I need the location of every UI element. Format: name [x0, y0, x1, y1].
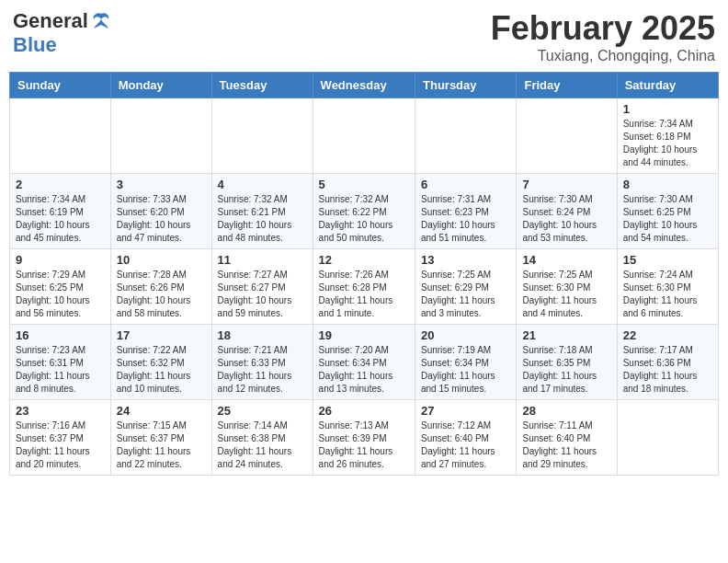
day-info: Sunrise: 7:11 AM Sunset: 6:40 PM Dayligh… — [522, 419, 610, 471]
day-info: Sunrise: 7:26 AM Sunset: 6:28 PM Dayligh… — [319, 269, 409, 320]
day-info: Sunrise: 7:19 AM Sunset: 6:34 PM Dayligh… — [421, 344, 510, 396]
calendar-day-cell: 15Sunrise: 7:24 AM Sunset: 6:30 PM Dayli… — [617, 249, 718, 325]
day-info: Sunrise: 7:29 AM Sunset: 6:25 PM Dayligh… — [16, 269, 105, 320]
calendar-day-cell: 25Sunrise: 7:14 AM Sunset: 6:38 PM Dayli… — [211, 400, 313, 476]
calendar-week-row: 2Sunrise: 7:34 AM Sunset: 6:19 PM Daylig… — [10, 174, 719, 249]
calendar-day-cell: 28Sunrise: 7:11 AM Sunset: 6:40 PM Dayli… — [517, 400, 617, 476]
day-info: Sunrise: 7:33 AM Sunset: 6:20 PM Dayligh… — [117, 193, 206, 245]
weekday-header-tuesday: Tuesday — [211, 73, 313, 98]
day-info: Sunrise: 7:31 AM Sunset: 6:23 PM Dayligh… — [421, 193, 510, 245]
calendar-day-cell: 10Sunrise: 7:28 AM Sunset: 6:26 PM Dayli… — [110, 249, 211, 325]
day-number: 22 — [623, 328, 712, 342]
weekday-header-sunday: Sunday — [10, 73, 111, 98]
day-info: Sunrise: 7:32 AM Sunset: 6:22 PM Dayligh… — [319, 193, 409, 245]
calendar-day-cell: 12Sunrise: 7:26 AM Sunset: 6:28 PM Dayli… — [313, 249, 415, 325]
calendar-day-cell: 26Sunrise: 7:13 AM Sunset: 6:39 PM Dayli… — [313, 400, 415, 476]
day-info: Sunrise: 7:25 AM Sunset: 6:29 PM Dayligh… — [421, 269, 510, 320]
day-info: Sunrise: 7:12 AM Sunset: 6:40 PM Dayligh… — [421, 419, 510, 471]
day-info: Sunrise: 7:32 AM Sunset: 6:21 PM Dayligh… — [218, 193, 307, 245]
calendar-day-cell: 19Sunrise: 7:20 AM Sunset: 6:34 PM Dayli… — [313, 325, 415, 400]
day-info: Sunrise: 7:24 AM Sunset: 6:30 PM Dayligh… — [623, 269, 712, 320]
calendar-day-cell: 18Sunrise: 7:21 AM Sunset: 6:33 PM Dayli… — [211, 325, 313, 400]
day-info: Sunrise: 7:15 AM Sunset: 6:37 PM Dayligh… — [117, 419, 206, 471]
calendar-day-cell: 22Sunrise: 7:17 AM Sunset: 6:36 PM Dayli… — [617, 325, 718, 400]
day-info: Sunrise: 7:25 AM Sunset: 6:30 PM Dayligh… — [522, 269, 610, 320]
calendar-day-cell: 27Sunrise: 7:12 AM Sunset: 6:40 PM Dayli… — [415, 400, 517, 476]
day-info: Sunrise: 7:28 AM Sunset: 6:26 PM Dayligh… — [117, 269, 206, 320]
location-title: Tuxiang, Chongqing, China — [491, 48, 715, 64]
day-number: 13 — [421, 253, 510, 267]
logo-bird-icon — [90, 12, 112, 30]
day-number: 8 — [623, 178, 712, 191]
calendar-day-cell: 11Sunrise: 7:27 AM Sunset: 6:27 PM Dayli… — [211, 249, 313, 325]
calendar-week-row: 9Sunrise: 7:29 AM Sunset: 6:25 PM Daylig… — [10, 249, 719, 325]
day-info: Sunrise: 7:14 AM Sunset: 6:38 PM Dayligh… — [218, 419, 307, 471]
calendar-day-cell: 14Sunrise: 7:25 AM Sunset: 6:30 PM Dayli… — [517, 249, 617, 325]
day-number: 1 — [623, 102, 712, 116]
month-title: February 2025 — [491, 9, 715, 48]
day-number: 19 — [319, 328, 409, 342]
calendar-day-cell: 24Sunrise: 7:15 AM Sunset: 6:37 PM Dayli… — [110, 400, 211, 476]
weekday-header-row: SundayMondayTuesdayWednesdayThursdayFrid… — [10, 73, 719, 98]
calendar-week-row: 16Sunrise: 7:23 AM Sunset: 6:31 PM Dayli… — [10, 325, 719, 400]
title-area: February 2025 Tuxiang, Chongqing, China — [491, 9, 715, 64]
day-number: 11 — [218, 253, 307, 267]
calendar-day-cell: 6Sunrise: 7:31 AM Sunset: 6:23 PM Daylig… — [415, 174, 517, 249]
day-number: 14 — [522, 253, 610, 267]
day-info: Sunrise: 7:34 AM Sunset: 6:18 PM Dayligh… — [623, 118, 712, 169]
day-info: Sunrise: 7:16 AM Sunset: 6:37 PM Dayligh… — [16, 419, 105, 471]
weekday-header-saturday: Saturday — [617, 73, 718, 98]
day-number: 6 — [421, 178, 510, 191]
calendar-day-cell: 13Sunrise: 7:25 AM Sunset: 6:29 PM Dayli… — [415, 249, 517, 325]
day-number: 25 — [218, 404, 307, 418]
calendar-day-cell — [313, 98, 415, 174]
logo-blue-text: Blue — [13, 33, 57, 56]
day-number: 7 — [522, 178, 610, 191]
day-number: 23 — [16, 404, 105, 418]
day-number: 16 — [16, 328, 105, 342]
weekday-header-thursday: Thursday — [415, 73, 517, 98]
day-info: Sunrise: 7:30 AM Sunset: 6:25 PM Dayligh… — [623, 193, 712, 245]
calendar-day-cell: 21Sunrise: 7:18 AM Sunset: 6:35 PM Dayli… — [517, 325, 617, 400]
calendar-day-cell — [110, 98, 211, 174]
day-number: 28 — [522, 404, 610, 418]
day-info: Sunrise: 7:20 AM Sunset: 6:34 PM Dayligh… — [319, 344, 409, 396]
day-number: 3 — [117, 178, 206, 191]
day-number: 10 — [117, 253, 206, 267]
calendar-week-row: 23Sunrise: 7:16 AM Sunset: 6:37 PM Dayli… — [10, 400, 719, 476]
calendar-day-cell: 5Sunrise: 7:32 AM Sunset: 6:22 PM Daylig… — [313, 174, 415, 249]
calendar-day-cell: 20Sunrise: 7:19 AM Sunset: 6:34 PM Dayli… — [415, 325, 517, 400]
calendar-day-cell — [517, 98, 617, 174]
calendar-day-cell: 8Sunrise: 7:30 AM Sunset: 6:25 PM Daylig… — [617, 174, 718, 249]
calendar-day-cell: 4Sunrise: 7:32 AM Sunset: 6:21 PM Daylig… — [211, 174, 313, 249]
weekday-header-friday: Friday — [517, 73, 617, 98]
day-number: 27 — [421, 404, 510, 418]
calendar-day-cell: 17Sunrise: 7:22 AM Sunset: 6:32 PM Dayli… — [110, 325, 211, 400]
weekday-header-monday: Monday — [110, 73, 211, 98]
day-number: 20 — [421, 328, 510, 342]
calendar-day-cell: 23Sunrise: 7:16 AM Sunset: 6:37 PM Dayli… — [10, 400, 111, 476]
calendar-day-cell — [415, 98, 517, 174]
day-info: Sunrise: 7:17 AM Sunset: 6:36 PM Dayligh… — [623, 344, 712, 396]
calendar-day-cell — [617, 400, 718, 476]
logo: General Blue — [13, 9, 112, 57]
day-number: 17 — [117, 328, 206, 342]
day-number: 5 — [319, 178, 409, 191]
day-info: Sunrise: 7:22 AM Sunset: 6:32 PM Dayligh… — [117, 344, 206, 396]
day-info: Sunrise: 7:34 AM Sunset: 6:19 PM Dayligh… — [16, 193, 105, 245]
calendar-day-cell — [211, 98, 313, 174]
day-info: Sunrise: 7:30 AM Sunset: 6:24 PM Dayligh… — [522, 193, 610, 245]
day-number: 18 — [218, 328, 307, 342]
day-info: Sunrise: 7:13 AM Sunset: 6:39 PM Dayligh… — [319, 419, 409, 471]
calendar-day-cell: 3Sunrise: 7:33 AM Sunset: 6:20 PM Daylig… — [110, 174, 211, 249]
day-number: 12 — [319, 253, 409, 267]
weekday-header-wednesday: Wednesday — [313, 73, 415, 98]
day-number: 26 — [319, 404, 409, 418]
day-number: 2 — [16, 178, 105, 191]
day-info: Sunrise: 7:27 AM Sunset: 6:27 PM Dayligh… — [218, 269, 307, 320]
calendar-day-cell: 1Sunrise: 7:34 AM Sunset: 6:18 PM Daylig… — [617, 98, 718, 174]
calendar-day-cell: 7Sunrise: 7:30 AM Sunset: 6:24 PM Daylig… — [517, 174, 617, 249]
calendar-day-cell: 16Sunrise: 7:23 AM Sunset: 6:31 PM Dayli… — [10, 325, 111, 400]
calendar-day-cell: 2Sunrise: 7:34 AM Sunset: 6:19 PM Daylig… — [10, 174, 111, 249]
page-header: General Blue February 2025 Tuxiang, Chon… — [9, 9, 719, 64]
